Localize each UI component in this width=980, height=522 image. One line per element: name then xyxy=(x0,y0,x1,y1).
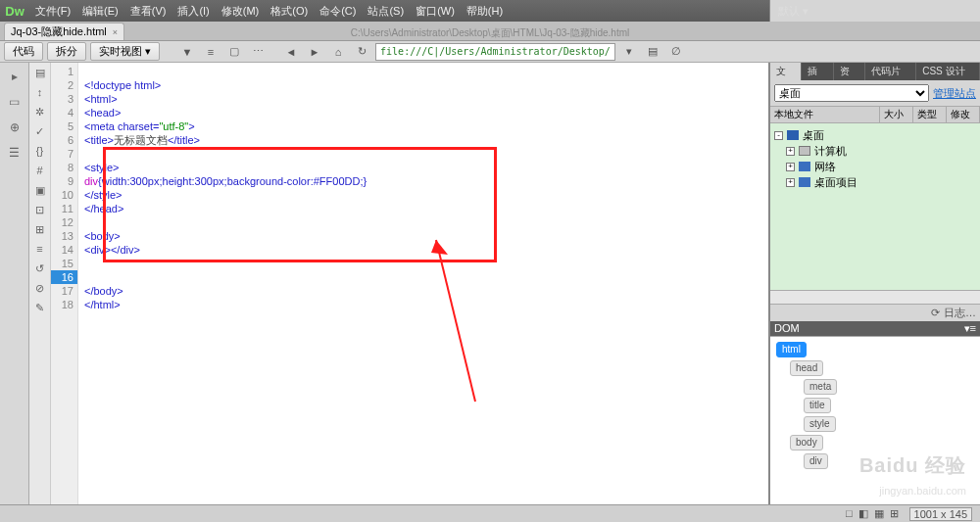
dom-tree[interactable]: htmlheadmetatitlestylebodydivBaidu 经验 ji… xyxy=(770,336,980,504)
column-header[interactable]: 类型 xyxy=(913,107,947,122)
app-logo: Dw xyxy=(0,0,29,22)
addr-more-icon[interactable]: ▤ xyxy=(643,43,662,61)
menu-bar: 文件(F)编辑(E)查看(V)插入(I)修改(M)格式(O)命令(C)站点(S)… xyxy=(29,0,509,22)
refresh-icon[interactable]: ⟳ xyxy=(931,307,940,319)
files-header: 本地文件大小类型修改 xyxy=(770,106,980,123)
tool-icon[interactable]: {} xyxy=(32,143,48,159)
nav-forward-icon[interactable]: ► xyxy=(305,43,324,61)
document-path: C:\Users\Administrator\Desktop\桌面\HTML\J… xyxy=(351,26,630,40)
block-icon[interactable]: ∅ xyxy=(666,43,686,61)
tree-item[interactable]: -桌面 xyxy=(774,127,976,143)
menu-item[interactable]: 查看(V) xyxy=(124,0,172,22)
live-view-button[interactable]: 实时视图 ▾ xyxy=(90,42,160,61)
status-icon[interactable]: ▦ xyxy=(874,507,884,519)
line-numbers: 123456789101112131415161718 xyxy=(51,63,78,504)
dom-node[interactable]: div xyxy=(804,451,974,470)
doc-icon[interactable]: ▢ xyxy=(224,43,244,61)
menu-item[interactable]: 格式(O) xyxy=(265,0,314,22)
title-bar: Dw 文件(F)编辑(E)查看(V)插入(I)修改(M)格式(O)命令(C)站点… xyxy=(0,0,980,22)
address-bar[interactable]: file:///C|/Users/Administrator/Desktop/ xyxy=(375,43,615,61)
code-view-button[interactable]: 代码 xyxy=(4,42,43,61)
status-icon[interactable]: ◧ xyxy=(858,507,868,519)
dom-node[interactable]: head xyxy=(790,358,974,377)
menu-item[interactable]: 命令(C) xyxy=(314,0,362,22)
panel-tab[interactable]: CSS 设计器 xyxy=(916,63,980,80)
tree-item[interactable]: +计算机 xyxy=(774,143,976,159)
menu-item[interactable]: 窗口(W) xyxy=(410,0,461,22)
view-toolbar: 代码 拆分 实时视图 ▾ ▼ ≡ ▢ ⋯ ◄ ► ⌂ ↻ file:///C|/… xyxy=(0,41,980,63)
workspace-switcher[interactable]: 默认 ▾ xyxy=(770,0,980,22)
document-tab-label: Jq-03-隐藏hide.html xyxy=(11,24,107,39)
column-header[interactable]: 本地文件 xyxy=(770,107,880,122)
manage-sites-link[interactable]: 管理站点 xyxy=(933,86,976,101)
dom-node[interactable]: html xyxy=(776,340,974,358)
menu-item[interactable]: 文件(F) xyxy=(29,0,76,22)
tool-icon[interactable]: ↺ xyxy=(32,261,48,276)
nav-back-icon[interactable]: ◄ xyxy=(281,43,301,61)
tool-icon[interactable]: ⊡ xyxy=(32,202,48,217)
tree-item[interactable]: +桌面项目 xyxy=(774,174,976,190)
tool-icon[interactable]: ≡ xyxy=(32,241,48,257)
side-panels: 文件插入资源代码片断CSS 设计器 桌面 管理站点 本地文件大小类型修改 -桌面… xyxy=(769,63,980,504)
panel-tabs: 文件插入资源代码片断CSS 设计器 xyxy=(770,63,980,80)
tool-icon[interactable]: ▤ xyxy=(32,65,48,80)
menu-item[interactable]: 站点(S) xyxy=(362,0,410,22)
document-tab[interactable]: Jq-03-隐藏hide.html × xyxy=(4,23,124,40)
files-tree[interactable]: -桌面+计算机+网络+桌面项目 xyxy=(770,123,980,290)
column-header[interactable]: 大小 xyxy=(880,107,913,122)
tool-icon[interactable]: ✎ xyxy=(32,300,48,315)
tool-icon[interactable]: ✓ xyxy=(32,123,48,139)
panel-tab[interactable]: 插入 xyxy=(802,63,833,80)
column-header[interactable]: 修改 xyxy=(947,107,980,122)
addr-dropdown-icon[interactable]: ▾ xyxy=(619,43,639,61)
home-icon[interactable]: ⌂ xyxy=(328,43,348,61)
list-icon[interactable]: ≡ xyxy=(201,43,220,61)
panel-tab[interactable]: 代码片断 xyxy=(865,63,916,80)
panel-menu-icon[interactable]: ▾≡ xyxy=(964,322,976,335)
tool-icon[interactable]: ↕ xyxy=(32,84,48,100)
tool-icon[interactable]: ✲ xyxy=(32,104,48,119)
log-link[interactable]: 日志… xyxy=(944,306,976,320)
tool-icon[interactable]: ▣ xyxy=(32,182,48,198)
code-content[interactable]: <!doctype html> <html> <head> <meta char… xyxy=(78,63,768,504)
scrollbar-horizontal[interactable] xyxy=(770,290,980,304)
split-view-button[interactable]: 拆分 xyxy=(47,42,86,61)
code-editor[interactable]: ▤ ↕ ✲ ✓ {} # ▣ ⊡ ⊞ ≡ ↺ ⊘ ✎ 1234567891011… xyxy=(29,63,768,504)
options-icon[interactable]: ⋯ xyxy=(248,43,268,61)
left-toolbar: ▸ ▭ ⊕ ☰ xyxy=(0,63,29,504)
menu-item[interactable]: 修改(M) xyxy=(216,0,266,22)
tool-icon[interactable]: ⊞ xyxy=(32,221,48,237)
watermark-url: jingyan.baidu.com xyxy=(879,485,966,497)
document-tabstrip: Jq-03-隐藏hide.html × C:\Users\Administrat… xyxy=(0,22,980,41)
status-bar: □◧▦⊞ 1001 x 145 xyxy=(0,504,980,522)
dropdown-icon[interactable]: ▼ xyxy=(177,43,197,61)
tree-item[interactable]: +网络 xyxy=(774,159,976,174)
site-dropdown[interactable]: 桌面 xyxy=(774,84,929,102)
tool-icon[interactable]: # xyxy=(32,163,48,178)
dom-node[interactable]: style xyxy=(804,414,974,433)
panel-tab[interactable]: 文件 xyxy=(770,63,802,80)
media-icon[interactable]: ▭ xyxy=(4,92,25,112)
close-icon[interactable]: × xyxy=(113,27,118,37)
dom-node[interactable]: title xyxy=(804,396,974,414)
dom-node[interactable]: body xyxy=(790,433,974,451)
dom-title: DOM xyxy=(774,322,800,335)
menu-item[interactable]: 编辑(E) xyxy=(76,0,124,22)
dom-panel-header: DOM ▾≡ xyxy=(770,321,980,336)
expand-icon[interactable]: ▸ xyxy=(4,67,25,86)
menu-item[interactable]: 插入(I) xyxy=(172,0,215,22)
dom-node[interactable]: meta xyxy=(804,377,974,396)
status-icon[interactable]: □ xyxy=(846,507,853,519)
code-gutter-tools: ▤ ↕ ✲ ✓ {} # ▣ ⊡ ⊞ ≡ ↺ ⊘ ✎ xyxy=(29,63,51,504)
refresh-icon[interactable]: ↻ xyxy=(352,43,371,61)
panel-tab[interactable]: 资源 xyxy=(834,63,865,80)
status-icon[interactable]: ⊞ xyxy=(890,507,899,519)
viewport-size[interactable]: 1001 x 145 xyxy=(909,507,972,521)
menu-item[interactable]: 帮助(H) xyxy=(461,0,509,22)
tool-icon[interactable]: ⊘ xyxy=(32,280,48,296)
list-icon[interactable]: ☰ xyxy=(4,143,25,163)
insert-icon[interactable]: ⊕ xyxy=(4,118,25,137)
